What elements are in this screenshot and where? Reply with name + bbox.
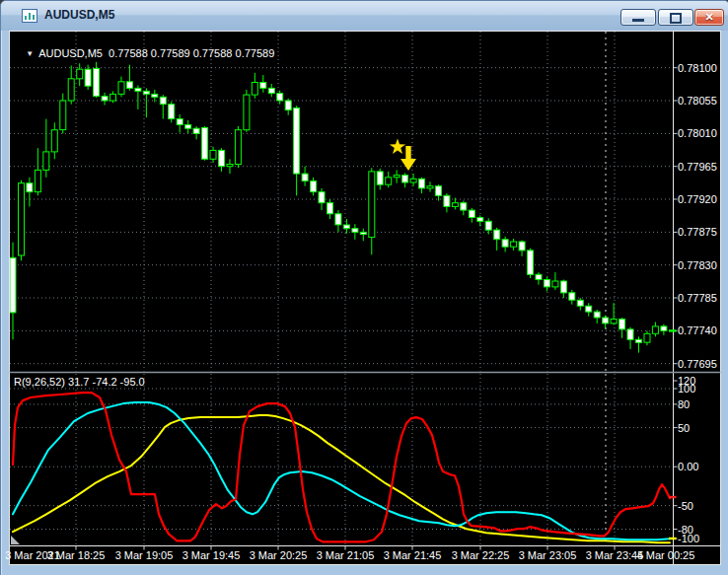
candle-bearish xyxy=(10,257,16,313)
candle-bearish xyxy=(569,293,575,300)
indicator-axis-label[interactable]: 100 xyxy=(678,383,695,395)
candle-bearish xyxy=(436,186,442,196)
candle-bearish xyxy=(419,179,425,188)
candle-bearish xyxy=(311,181,317,192)
time-axis-label[interactable]: 3 Mar 20:25 xyxy=(250,549,308,561)
indicator-value-marker xyxy=(669,496,677,498)
candle-bullish xyxy=(68,79,74,101)
candle-bullish xyxy=(452,203,458,207)
candle-bearish xyxy=(94,68,100,96)
indicator-axis-label[interactable]: 0.00 xyxy=(678,461,698,472)
candle-bearish xyxy=(328,203,333,214)
candle-bearish xyxy=(469,210,474,217)
candle-bearish xyxy=(268,88,274,93)
candle-bearish xyxy=(102,97,108,101)
candle-bullish xyxy=(210,150,216,159)
candle-bearish xyxy=(444,195,450,206)
candle-bearish xyxy=(135,88,141,91)
symbol-ohlc-text: AUDUSD,M5 0.77588 0.77589 0.77588 0.7758… xyxy=(38,47,274,59)
candle-bearish xyxy=(260,83,266,89)
price-axis-label[interactable]: 0.77740 xyxy=(678,324,717,336)
candle-bullish xyxy=(110,94,116,101)
time-axis-label[interactable]: 3 Mar 21:45 xyxy=(384,549,442,561)
candle-bearish xyxy=(319,192,325,203)
candle-bullish xyxy=(652,326,658,333)
candle-bearish xyxy=(536,274,542,279)
price-axis-label[interactable]: 0.77830 xyxy=(678,259,717,271)
price-axis-label[interactable]: 0.77920 xyxy=(678,193,717,205)
candle-bearish xyxy=(627,329,633,339)
candle-bearish xyxy=(285,101,291,110)
candle-bullish xyxy=(35,170,40,191)
price-axis-label[interactable]: 0.78055 xyxy=(678,95,717,107)
chevron-down-icon[interactable]: ▼ xyxy=(26,49,34,58)
candle-bearish xyxy=(343,225,349,229)
candle-bullish xyxy=(235,130,241,165)
candle-bearish xyxy=(126,82,132,89)
candle-bearish xyxy=(185,125,191,129)
candle-bullish xyxy=(394,176,400,178)
time-axis-label[interactable]: 3 Mar 19:45 xyxy=(182,549,241,561)
candle-bearish xyxy=(85,69,91,86)
time-axis-label[interactable]: 3 Mar 19:05 xyxy=(115,549,174,561)
candle-bearish xyxy=(377,172,383,184)
time-axis-label[interactable]: 3 Mar 23:05 xyxy=(519,549,577,561)
chart-window: AUDUSD,M5 ✕ 0.781000.780550.780100.77965… xyxy=(0,0,728,575)
indicator-axis-label[interactable]: -50 xyxy=(678,500,693,512)
candle-bullish xyxy=(51,130,57,152)
candle-bearish xyxy=(360,232,366,234)
indicator-axis-label[interactable]: -100 xyxy=(678,533,699,544)
time-axis-label[interactable]: 3 Mar 23:45 xyxy=(586,549,644,561)
candle-bearish xyxy=(586,306,592,312)
candle-bullish xyxy=(244,95,250,130)
candle-bullish xyxy=(19,183,25,255)
candle-bearish xyxy=(352,229,358,233)
candle-bearish xyxy=(577,300,583,306)
candle-bearish xyxy=(519,242,525,251)
candle-bullish xyxy=(369,172,375,238)
indicator-header: R(9,26,52) 31.7 -74.2 -95.0 xyxy=(14,376,145,388)
candle-bearish xyxy=(603,318,609,323)
candle-bearish xyxy=(160,97,166,104)
price-chart[interactable]: 0.781000.780550.780100.779650.779200.778… xyxy=(1,1,728,575)
candle-bearish xyxy=(502,240,508,247)
price-axis-label[interactable]: 0.77785 xyxy=(678,292,717,304)
candle-bearish xyxy=(143,91,149,94)
time-axis-label[interactable]: 3 Mar 18:25 xyxy=(47,549,106,561)
price-axis-label[interactable]: 0.77875 xyxy=(678,226,717,238)
candle-bullish xyxy=(427,186,433,188)
price-axis-label[interactable]: 0.77965 xyxy=(678,161,717,173)
candle-bearish xyxy=(619,320,625,329)
candle-bullish xyxy=(410,179,416,182)
candle-bearish xyxy=(661,326,667,330)
candle-bullish xyxy=(252,83,257,96)
candle-bullish xyxy=(60,101,66,130)
time-axis-label[interactable]: 3 Mar 22:25 xyxy=(452,549,510,561)
candle-bullish xyxy=(43,152,49,171)
candle-bullish xyxy=(611,320,617,323)
candle-bearish xyxy=(294,108,300,174)
candle-bearish xyxy=(152,94,158,97)
candle-bearish xyxy=(494,230,500,240)
candle-bullish xyxy=(118,82,124,95)
candle-bullish xyxy=(552,281,558,287)
candle-bullish xyxy=(511,242,517,247)
candle-bearish xyxy=(302,174,308,180)
candle-bearish xyxy=(402,176,408,182)
time-axis-label[interactable]: 3 Mar 21:05 xyxy=(317,549,375,561)
price-axis-label[interactable]: 0.78010 xyxy=(678,127,717,139)
candle-bearish xyxy=(636,339,642,342)
candle-bearish xyxy=(461,203,467,210)
symbol-header: ▼AUDUSD,M5 0.77588 0.77589 0.77588 0.775… xyxy=(14,36,274,71)
current-price-marker xyxy=(669,329,677,331)
price-axis-label[interactable]: 0.77695 xyxy=(678,358,717,370)
candle-bullish xyxy=(386,178,392,184)
candle-bullish xyxy=(227,165,233,167)
indicator-axis-label[interactable]: 80 xyxy=(678,398,690,410)
time-axis-label[interactable]: 4 Mar 00:25 xyxy=(637,549,695,561)
candle-bearish xyxy=(27,183,33,192)
price-axis-label[interactable]: 0.78100 xyxy=(678,62,717,74)
candle-bearish xyxy=(169,105,175,119)
indicator-axis-label[interactable]: 50 xyxy=(678,422,690,434)
candle-bearish xyxy=(560,281,566,293)
